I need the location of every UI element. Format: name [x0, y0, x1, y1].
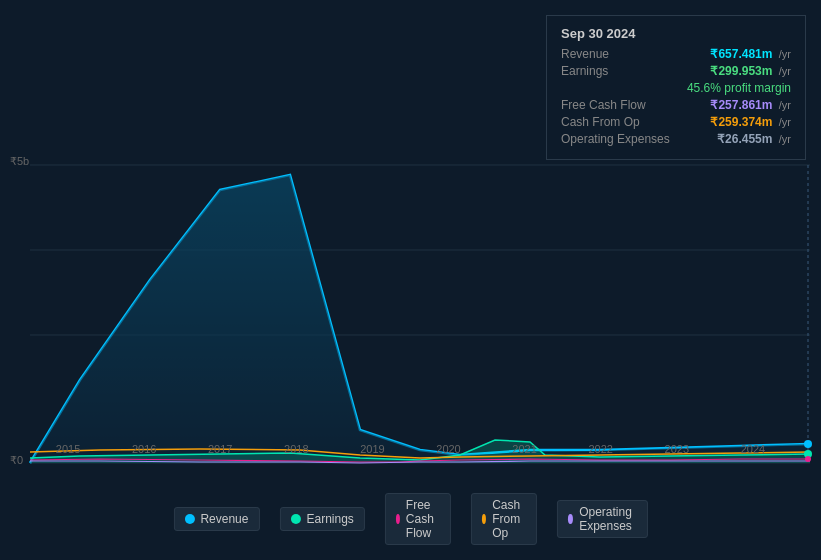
- legend-cashop-label: Cash From Op: [492, 498, 526, 540]
- x-label-2023: 2023: [665, 443, 689, 455]
- x-axis: 2015 2016 2017 2018 2019 2020 2021 2022 …: [0, 443, 821, 455]
- data-tooltip: Sep 30 2024 Revenue ₹657.481m /yr Earnin…: [546, 15, 806, 160]
- legend-revenue[interactable]: Revenue: [173, 507, 259, 531]
- tooltip-cashop-row: Cash From Op ₹259.374m /yr: [561, 115, 791, 129]
- tooltip-earnings-value: ₹299.953m /yr: [710, 64, 791, 78]
- tooltip-profit-margin: 45.6% profit margin: [561, 81, 791, 95]
- tooltip-fcf-label: Free Cash Flow: [561, 98, 646, 112]
- x-label-2024: 2024: [741, 443, 765, 455]
- x-label-2022: 2022: [588, 443, 612, 455]
- x-label-2020: 2020: [436, 443, 460, 455]
- x-label-2019: 2019: [360, 443, 384, 455]
- x-label-2021: 2021: [512, 443, 536, 455]
- legend-revenue-dot: [184, 514, 194, 524]
- tooltip-cashop-label: Cash From Op: [561, 115, 640, 129]
- y-label-zero: ₹0: [10, 454, 23, 467]
- tooltip-opexp-value: ₹26.455m /yr: [717, 132, 791, 146]
- x-label-2018: 2018: [284, 443, 308, 455]
- x-label-2015: 2015: [56, 443, 80, 455]
- legend-fcf-label: Free Cash Flow: [406, 498, 440, 540]
- tooltip-fcf-value: ₹257.861m /yr: [710, 98, 791, 112]
- tooltip-revenue-value: ₹657.481m /yr: [710, 47, 791, 61]
- y-label-top: ₹5b: [10, 155, 29, 168]
- tooltip-fcf-row: Free Cash Flow ₹257.861m /yr: [561, 98, 791, 112]
- chart-legend: Revenue Earnings Free Cash Flow Cash Fro…: [173, 493, 647, 545]
- legend-earnings-label: Earnings: [306, 512, 353, 526]
- legend-fcf[interactable]: Free Cash Flow: [385, 493, 451, 545]
- legend-cashop[interactable]: Cash From Op: [471, 493, 537, 545]
- legend-cashop-dot: [482, 514, 486, 524]
- tooltip-cashop-value: ₹259.374m /yr: [710, 115, 791, 129]
- legend-opexp[interactable]: Operating Expenses: [557, 500, 648, 538]
- tooltip-earnings-row: Earnings ₹299.953m /yr: [561, 64, 791, 78]
- legend-revenue-label: Revenue: [200, 512, 248, 526]
- legend-opexp-label: Operating Expenses: [579, 505, 636, 533]
- svg-point-8: [805, 456, 811, 462]
- x-label-2017: 2017: [208, 443, 232, 455]
- legend-earnings-dot: [290, 514, 300, 524]
- legend-earnings[interactable]: Earnings: [279, 507, 364, 531]
- legend-fcf-dot: [396, 514, 400, 524]
- tooltip-opexp-row: Operating Expenses ₹26.455m /yr: [561, 132, 791, 146]
- tooltip-revenue-row: Revenue ₹657.481m /yr: [561, 47, 791, 61]
- legend-opexp-dot: [568, 514, 573, 524]
- tooltip-revenue-label: Revenue: [561, 47, 609, 61]
- tooltip-earnings-label: Earnings: [561, 64, 608, 78]
- tooltip-opexp-label: Operating Expenses: [561, 132, 670, 146]
- x-label-2016: 2016: [132, 443, 156, 455]
- tooltip-date: Sep 30 2024: [561, 26, 791, 41]
